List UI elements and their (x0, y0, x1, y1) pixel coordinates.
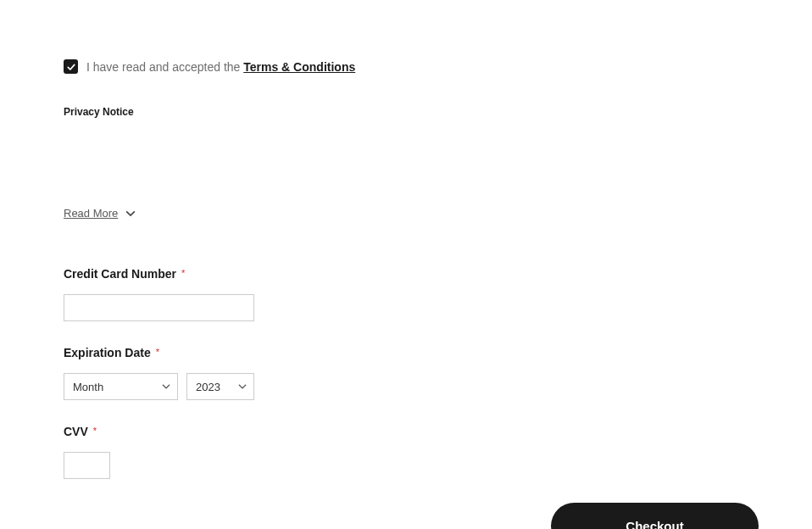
terms-checkbox[interactable] (64, 59, 78, 74)
cvv-input[interactable] (64, 452, 110, 479)
check-icon (66, 62, 76, 72)
required-mark: * (156, 347, 159, 357)
read-more-text: Read More (64, 207, 118, 220)
privacy-notice-title: Privacy Notice (64, 106, 748, 118)
credit-card-input[interactable] (64, 294, 254, 321)
year-select[interactable]: 2023 (186, 373, 254, 400)
terms-row: I have read and accepted the Terms & Con… (64, 59, 748, 74)
credit-card-group: Credit Card Number* (64, 266, 748, 321)
terms-prefix: I have read and accepted the (86, 60, 243, 74)
cvv-group: CVV* (64, 424, 748, 479)
required-mark: * (93, 426, 97, 436)
month-select-wrap: Month (64, 373, 178, 400)
month-select[interactable]: Month (64, 373, 178, 400)
chevron-down-icon (125, 208, 136, 220)
checkout-button[interactable]: Checkout (551, 503, 759, 529)
checkout-row: Checkout (64, 503, 759, 529)
cvv-label: CVV (64, 425, 88, 438)
terms-link[interactable]: Terms & Conditions (243, 60, 355, 74)
required-mark: * (181, 268, 185, 278)
read-more-toggle[interactable]: Read More (64, 207, 748, 220)
credit-card-label: Credit Card Number (64, 267, 176, 281)
expiration-label: Expiration Date (64, 346, 151, 359)
expiration-group: Expiration Date* Month 2023 (64, 345, 748, 400)
year-select-wrap: 2023 (186, 373, 254, 400)
terms-text: I have read and accepted the Terms & Con… (86, 60, 355, 74)
